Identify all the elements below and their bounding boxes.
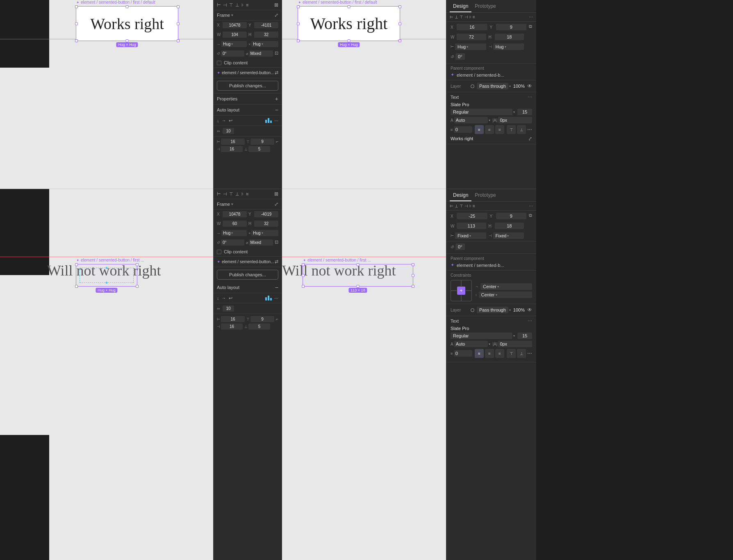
font-style-field-top[interactable]: Regular ▾ [451, 109, 515, 115]
ta-left-top[interactable]: ≡ [475, 125, 484, 134]
al-minus-icon-top[interactable]: − [275, 107, 278, 113]
h-value-bottom[interactable]: 32 [254, 221, 278, 227]
x-value-top[interactable]: 10478 [223, 22, 247, 28]
swap-icon-bottom[interactable]: ⇄ [275, 259, 278, 264]
layer-mode-val-bottom[interactable]: Pass through [477, 307, 508, 313]
font-size-val-bottom[interactable]: 15 [517, 332, 532, 339]
rt-more[interactable]: ⋯ [529, 15, 533, 19]
x-val-rt[interactable]: 16 [457, 24, 487, 30]
al-pad-left-field-b[interactable]: ⊢ 16 [217, 316, 245, 322]
ta-right-bottom[interactable]: ≡ [495, 349, 504, 358]
px-val-top[interactable]: 0px [498, 117, 532, 123]
align-right-icon-b[interactable]: ⊤ [229, 191, 233, 197]
rt-dist-b[interactable]: ≡ [473, 204, 475, 208]
al-right-icon[interactable]: → [222, 118, 226, 123]
constraint-h-val[interactable]: Center ▾ [480, 283, 532, 290]
canvas-works-right-frame[interactable]: ✦ element / semented-button / first / de… [76, 6, 178, 41]
ta-center-top[interactable]: ≡ [485, 125, 494, 134]
al-minus-icon-bottom[interactable]: − [275, 284, 278, 291]
rt-align-l-b[interactable]: ⊢ [450, 204, 453, 208]
text-more-bottom[interactable]: ⋯ [528, 319, 532, 324]
al-pad-right-field-b[interactable]: ⊣ 16 [217, 323, 243, 330]
distribute-icon-b[interactable]: ⊦ [241, 191, 244, 197]
al-corner-icon-b[interactable]: ⌐ [276, 317, 278, 321]
rt-align-b-b[interactable]: ⊦ [469, 204, 471, 208]
align-center-icon[interactable]: ⊣ [223, 2, 227, 8]
hug-y-field-bottom[interactable]: × Hug ▾ [248, 230, 278, 236]
font-style-val-top[interactable]: Regular [451, 109, 512, 115]
hug-x-field-top[interactable]: ↔ Hug ▾ [217, 41, 247, 47]
al-gap-val-b[interactable]: 10 [223, 305, 234, 312]
al-down-icon[interactable]: ↓ [217, 118, 219, 123]
rt-align-r[interactable]: ⊤ [460, 15, 463, 19]
parent-comp-name-top[interactable]: element / semented-b... [457, 73, 504, 77]
link-icon-rb[interactable]: ⧉ [529, 213, 532, 219]
layer-opacity-top[interactable]: 100% [513, 84, 525, 89]
canvas-works-right-frame-2[interactable]: ✦ element / semented-button / first / de… [298, 6, 400, 41]
font-style-field-bottom[interactable]: Regular ▾ [451, 332, 515, 339]
rt-align-c-b[interactable]: ⊥ [455, 204, 458, 208]
px-field-top[interactable]: |A| 0px [493, 117, 533, 123]
y-field-top[interactable]: Y -4101 [248, 22, 278, 28]
fixed-w-field[interactable]: ⊢ Fixed ▾ [451, 232, 486, 239]
al-pad-right-field[interactable]: ⊣ 16 [217, 146, 243, 152]
rt-align-t[interactable]: ⊣ [464, 15, 468, 19]
al-gap-val[interactable]: 10 [223, 128, 234, 134]
y-val-rb[interactable]: 9 [496, 213, 527, 219]
font-style-val-bottom[interactable]: Regular [451, 332, 512, 339]
w-field-top[interactable]: W 104 [217, 32, 247, 38]
al-pad-bottom-val-b[interactable]: 5 [248, 323, 270, 330]
y-value-bottom[interactable]: -4019 [254, 211, 278, 217]
al-right-icon-b[interactable]: → [222, 296, 226, 300]
px-field-bottom[interactable]: |A| 0px [493, 341, 533, 347]
expand-icon-bottom[interactable]: ⊠ [274, 191, 278, 197]
lh-val-bottom[interactable]: 0 [454, 350, 472, 357]
al-wrap-icon-b[interactable]: ↩ [229, 296, 232, 301]
h-val-rb[interactable]: 18 [495, 223, 524, 229]
link-icon-rt[interactable]: ⧉ [529, 24, 532, 30]
al-pad-top-field-b[interactable]: ⊤ 9 [246, 316, 274, 322]
eye-icon-top[interactable]: 👁 [527, 83, 532, 89]
constraint-icon-top[interactable]: ⊡ [275, 50, 278, 57]
al-down-icon-b[interactable]: ↓ [217, 296, 219, 300]
al-corner-icon[interactable]: ⌐ [276, 139, 278, 144]
rot-val-top[interactable]: 0° [221, 50, 244, 57]
align-center-icon-b[interactable]: ⊣ [223, 191, 227, 197]
al-pad-right-val-b[interactable]: 16 [221, 323, 243, 330]
al-pad-right-val[interactable]: 16 [221, 146, 243, 152]
text-more2-bottom[interactable]: ⋯ [527, 351, 532, 356]
rt-dist[interactable]: ≡ [473, 15, 475, 19]
h-value-top[interactable]: 32 [254, 32, 278, 38]
clip-checkbox-bottom[interactable] [217, 250, 221, 254]
parent-comp-name-bottom[interactable]: element / semented-b... [457, 263, 504, 268]
h-val-rt[interactable]: 18 [495, 34, 524, 40]
expand-icon-top[interactable]: ⊠ [274, 2, 278, 8]
align-top-icon-b[interactable]: ⊥ [235, 191, 239, 197]
rt-more-b[interactable]: ⋯ [529, 204, 533, 208]
swap-icon-top[interactable]: ⇄ [275, 70, 278, 75]
fullscreen-icon-bottom[interactable]: ⤢ [274, 201, 278, 207]
x-field-top[interactable]: X 10478 [217, 22, 247, 28]
align-top-icon[interactable]: ⊥ [235, 2, 239, 8]
al-pad-bottom-val[interactable]: 5 [248, 146, 270, 152]
w-field-bottom[interactable]: W 60 [217, 221, 247, 227]
w-val-rb[interactable]: 113 [457, 223, 486, 229]
al-wrap-icon[interactable]: ↩ [229, 118, 232, 123]
lh-val-top[interactable]: 0 [454, 126, 472, 133]
clip-checkbox-top[interactable] [217, 61, 221, 65]
al-pad-left-val[interactable]: 16 [221, 139, 245, 145]
al-pad-bottom-field-b[interactable]: ⊥ 5 [244, 323, 270, 330]
layer-opacity-bottom[interactable]: 100% [513, 307, 525, 312]
ta-vmid-b[interactable]: ⊥ [517, 349, 526, 358]
rt-align-c[interactable]: ⊥ [455, 15, 458, 19]
add-property-icon-top[interactable]: + [275, 96, 278, 102]
rot-field-bottom[interactable]: ↺ 0° [217, 239, 244, 246]
constraint-v-val[interactable]: Center ▾ [479, 291, 533, 298]
al-more-icon[interactable]: ··· [274, 118, 278, 123]
al-distribution-icon[interactable] [265, 118, 272, 123]
w-value-top[interactable]: 104 [223, 32, 247, 38]
rot-field-top[interactable]: ↺ 0° [217, 50, 244, 57]
layer-mode-row-bottom[interactable]: Pass through ▾ [477, 307, 511, 313]
fixed-h-field[interactable]: ⊣ Fixed ▾ [489, 232, 524, 239]
more-icon-b[interactable]: ≡ [246, 191, 248, 196]
